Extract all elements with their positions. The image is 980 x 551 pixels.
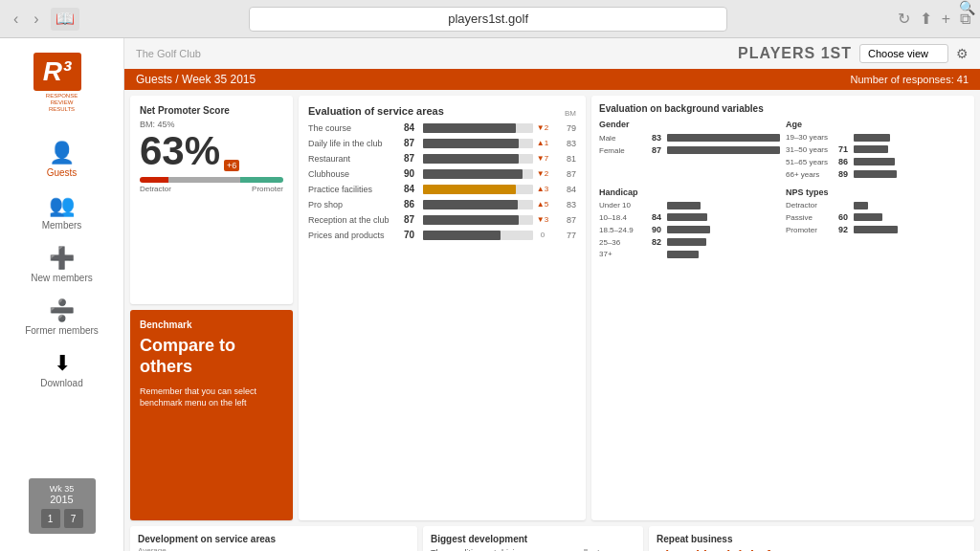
bg-label: 25–36 — [599, 238, 652, 247]
repeat-title: Repeat business — [657, 534, 967, 544]
share-button[interactable]: ⬆ — [920, 10, 932, 28]
service-score: 84 — [404, 184, 423, 194]
service-areas-card: Evaluation of service areas BM The cours… — [299, 96, 586, 520]
service-bar — [423, 154, 519, 164]
choose-view-select[interactable]: Choose view — [859, 44, 948, 63]
handicap-title: Handicap — [599, 187, 780, 197]
nps-types-section: NPS types Detractor Passive 60 Promoter … — [786, 187, 967, 261]
bg-label: 66+ years — [786, 170, 838, 179]
gear-icon[interactable]: ⚙ — [956, 46, 969, 61]
calendar-nums: 1 7 — [34, 509, 90, 528]
sidebar-item-guests[interactable]: 👤 Guests — [0, 133, 123, 186]
nps-card: Net Promoter Score BM: 45% 63% +6 Detrac… — [130, 96, 293, 304]
download-icon: ⬇ — [54, 351, 71, 376]
service-name: Reception at the club — [308, 215, 404, 225]
bg-row: 19–30 years — [786, 133, 967, 142]
bg-label: 19–30 years — [786, 133, 838, 142]
add-tab-button[interactable]: + — [942, 11, 950, 28]
sidebar-calendar[interactable]: Wk 35 2015 1 7 — [29, 478, 96, 534]
bg-row: Under 10 — [599, 201, 780, 209]
service-score: 86 — [404, 199, 423, 209]
handicap-rows: Under 10 10–18.4 84 18.5–24.9 90 25–36 8… — [599, 201, 780, 258]
service-name: Practice facilities — [308, 185, 404, 194]
dev-average-label: Average — [138, 546, 410, 551]
service-title: Evaluation of service areas — [308, 105, 444, 117]
nps-bar-green — [240, 177, 283, 183]
service-bar-wrap — [423, 185, 533, 194]
benchmark-desc: Remember that you can select benchmark m… — [140, 386, 283, 409]
bg-label: 18.5–24.9 — [599, 226, 652, 234]
nps-title: Net Promoter Score — [140, 105, 283, 116]
service-score: 87 — [404, 138, 423, 148]
content-area: The Golf Club PLAYERS 1ST Choose view ⚙ … — [124, 38, 980, 551]
nps-bar — [140, 177, 283, 183]
sidebar-item-download[interactable]: ⬇ Download — [0, 343, 123, 396]
service-name: Pro shop — [308, 200, 404, 209]
service-row: Restaurant 87 ▼7 81 — [308, 153, 576, 164]
bg-row: 31–50 years 71 — [786, 144, 967, 154]
bg-row: Male 83 — [599, 133, 780, 143]
sidebar-item-former-members[interactable]: ➗ Former members — [0, 291, 123, 343]
service-bar — [423, 231, 501, 240]
nps-bar-red — [140, 177, 168, 183]
responses-label: Number of responses: 41 — [850, 74, 969, 85]
service-bm: 77 — [552, 231, 576, 240]
service-score: 87 — [404, 153, 423, 164]
service-change: ▲5 — [533, 200, 552, 209]
benchmark-heading: Compare to others — [140, 336, 283, 377]
bm-header-label: BM — [565, 109, 576, 118]
bg-score: 92 — [838, 225, 854, 234]
nps-labels: Detractor Promoter — [140, 185, 283, 193]
nps-score-row: 63% +6 — [140, 131, 283, 171]
bg-section-title: Evaluation on background variables — [599, 103, 967, 114]
new-members-icon: ➕ — [49, 246, 75, 271]
bg-label: Male — [599, 134, 652, 143]
calendar-year: 2015 — [34, 494, 90, 505]
filter-bar: Guests / Week 35 2015 Number of response… — [124, 69, 980, 90]
forward-button[interactable]: › — [30, 11, 42, 28]
bg-bar — [667, 251, 699, 258]
back-button[interactable]: ‹ — [10, 11, 22, 28]
bg-label: 10–18.4 — [599, 213, 652, 222]
bg-row: Passive 60 — [786, 212, 967, 222]
sidebar: R³ RESPONSE REVIEW RESULTS 👤 Guests 👥 Me… — [0, 38, 124, 551]
bg-row: 25–36 82 — [599, 237, 780, 247]
bg-bar — [854, 226, 898, 233]
bookmarks-icon[interactable]: 📖 — [51, 8, 79, 31]
nps-score: 63% — [140, 131, 220, 171]
sidebar-calendar-area: Wk 35 2015 1 7 — [29, 478, 96, 551]
service-bm: 84 — [552, 185, 576, 194]
bg-label: Detractor — [786, 201, 838, 209]
service-bar — [423, 185, 516, 194]
bg-row: 37+ — [599, 250, 780, 258]
golf-club-label: The Golf Club — [136, 48, 201, 59]
bg-label: 51–65 years — [786, 158, 838, 166]
service-change: ▲1 — [533, 139, 552, 147]
main-container: R³ RESPONSE REVIEW RESULTS 👤 Guests 👥 Me… — [0, 38, 980, 551]
top-bar: The Golf Club PLAYERS 1ST Choose view ⚙ — [124, 38, 980, 69]
service-change: ▼7 — [533, 154, 552, 163]
service-bar-wrap — [423, 231, 533, 240]
bg-bar — [667, 146, 780, 154]
bg-label: Female — [599, 146, 652, 155]
bg-label: Under 10 — [599, 201, 652, 209]
members-icon: 👥 — [49, 193, 75, 218]
service-header: Evaluation of service areas BM — [308, 105, 576, 122]
logo-box: R³ — [33, 53, 81, 91]
bg-row: Promoter 92 — [786, 225, 967, 234]
sidebar-item-new-members[interactable]: ➕ New members — [0, 238, 123, 291]
bg-bar — [854, 134, 890, 142]
reload-button[interactable]: ↻ — [898, 10, 910, 28]
bg-score: 83 — [652, 133, 667, 143]
service-change: ▼2 — [533, 123, 552, 132]
service-row: The course 84 ▼2 79 — [308, 122, 576, 133]
bg-vars-inner: Evaluation on background variables Gende… — [591, 96, 974, 520]
sidebar-item-members[interactable]: 👥 Members — [0, 186, 123, 238]
service-bm: 81 — [552, 154, 576, 164]
sidebar-label-former-members: Former members — [25, 325, 99, 336]
service-change: ▼2 — [533, 169, 552, 178]
service-bar-wrap — [423, 169, 533, 179]
address-bar[interactable]: players1st.golf — [249, 7, 727, 32]
bottom-grid: Development on service areas 🔍 Average 1… — [124, 526, 980, 551]
gender-section: Gender Male 83 Female 87 — [599, 120, 780, 182]
